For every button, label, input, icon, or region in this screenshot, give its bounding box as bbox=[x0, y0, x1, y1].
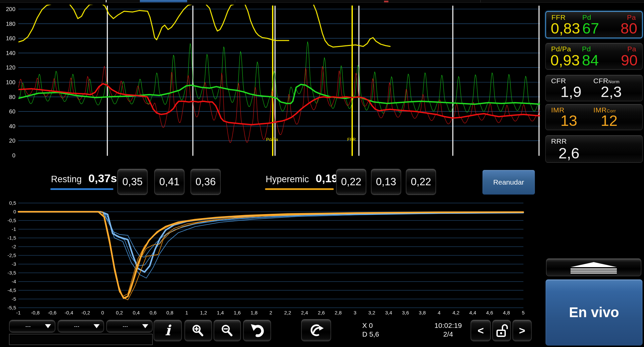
previous-recording-button[interactable]: < bbox=[471, 320, 491, 341]
resting-label: Resting bbox=[51, 174, 82, 185]
imr-panel[interactable]: IMR IMRCorr 13 12 bbox=[545, 104, 643, 130]
export-arrow-icon bbox=[309, 323, 324, 337]
pdpa-value: 0,93 bbox=[550, 52, 580, 69]
rrr-label: RRR bbox=[551, 137, 567, 145]
cfr-norm-value: 2,3 bbox=[601, 83, 622, 101]
page-indicator: 2/4 bbox=[426, 330, 470, 339]
next-recording-button[interactable]: > bbox=[513, 320, 532, 341]
pd-value: 67 bbox=[582, 20, 599, 37]
recording-time: 10:02:19 bbox=[426, 321, 470, 330]
pd-value: 84 bbox=[582, 52, 599, 69]
chevron-down-icon bbox=[94, 324, 100, 328]
resting-value-1-button[interactable]: 0,35 bbox=[117, 169, 148, 195]
series-dropdown-1[interactable]: --- bbox=[9, 320, 55, 333]
record-indicator-remnant bbox=[384, 1, 388, 2]
imr-value: 13 bbox=[560, 112, 577, 130]
tab-separator bbox=[235, 0, 235, 2]
live-button[interactable]: En vivo bbox=[545, 279, 643, 346]
expand-up-icon bbox=[567, 261, 621, 274]
hyperemic-value-1-button[interactable]: 0,22 bbox=[336, 169, 366, 195]
zoom-out-button[interactable] bbox=[214, 320, 241, 341]
collapse-panel-button[interactable] bbox=[546, 258, 641, 276]
lock-button[interactable] bbox=[492, 320, 511, 341]
hyperemic-value-2-button[interactable]: 0,13 bbox=[371, 169, 401, 195]
pa-value: 80 bbox=[621, 20, 637, 37]
unlocked-padlock-icon bbox=[495, 324, 508, 338]
dropdown-value: --- bbox=[25, 324, 31, 329]
cursor-readout: X 0 D 5,6 bbox=[362, 321, 379, 339]
rrr-value: 2,6 bbox=[558, 145, 580, 162]
hyperemic-underline bbox=[265, 188, 334, 190]
tab-separator bbox=[480, 0, 481, 2]
pdpa-panel[interactable]: Pd/Pa Pd Pa 0,93 84 90 bbox=[545, 43, 643, 70]
resting-value-2-button[interactable]: 0,41 bbox=[154, 169, 184, 195]
d-readout: D 5,6 bbox=[362, 330, 379, 339]
top-tab-strip bbox=[0, 0, 644, 3]
series-dropdown-3[interactable]: --- bbox=[106, 320, 153, 333]
resume-button[interactable]: Reanudar bbox=[482, 170, 535, 195]
active-tab-remnant[interactable] bbox=[140, 0, 187, 2]
tab-strip-tick bbox=[106, 0, 107, 2]
hyperemic-value-3-button[interactable]: 0,22 bbox=[406, 169, 436, 195]
info-button[interactable]: i bbox=[154, 320, 182, 341]
hyperemic-transit-group: Hyperemic 0,19s bbox=[266, 172, 344, 185]
chevron-down-icon bbox=[45, 324, 51, 328]
hyperemic-label: Hyperemic bbox=[266, 174, 309, 185]
imr-corr-value: 12 bbox=[601, 112, 618, 130]
pa-value: 90 bbox=[621, 52, 638, 69]
zoom-out-icon bbox=[220, 324, 234, 337]
zoom-in-icon bbox=[191, 324, 205, 337]
ffr-value: 0,83 bbox=[551, 20, 580, 37]
cfr-value: 1,9 bbox=[560, 83, 582, 101]
chevron-down-icon bbox=[142, 324, 148, 328]
undo-button[interactable] bbox=[243, 320, 271, 341]
series-dropdown-2[interactable]: --- bbox=[58, 320, 104, 333]
physiology-app-screen: FFR Pd Pa 0,83 67 80 Pd/Pa Pd Pa 0,93 84… bbox=[0, 0, 644, 347]
dropdown-value: --- bbox=[123, 324, 128, 329]
export-button[interactable] bbox=[301, 319, 331, 341]
x-readout: X 0 bbox=[362, 321, 379, 330]
resting-transit-group: Resting 0,37s bbox=[51, 172, 117, 185]
resting-mean-time: 0,37s bbox=[89, 172, 117, 185]
cfr-panel[interactable]: CFR CFRNorm 1,9 2,3 bbox=[545, 75, 643, 101]
resting-underline bbox=[50, 188, 113, 190]
clock-group: 10:02:19 2/4 bbox=[426, 321, 470, 339]
resting-value-3-button[interactable]: 0,36 bbox=[191, 169, 221, 195]
selection-tray bbox=[9, 334, 153, 345]
info-icon: i bbox=[165, 324, 170, 338]
ffr-panel[interactable]: FFR Pd Pa 0,83 67 80 bbox=[545, 11, 643, 38]
undo-arrow-icon bbox=[250, 324, 265, 338]
zoom-in-button[interactable] bbox=[184, 320, 212, 341]
dropdown-value: --- bbox=[74, 324, 79, 329]
rrr-panel[interactable]: RRR 2,6 bbox=[545, 135, 643, 163]
